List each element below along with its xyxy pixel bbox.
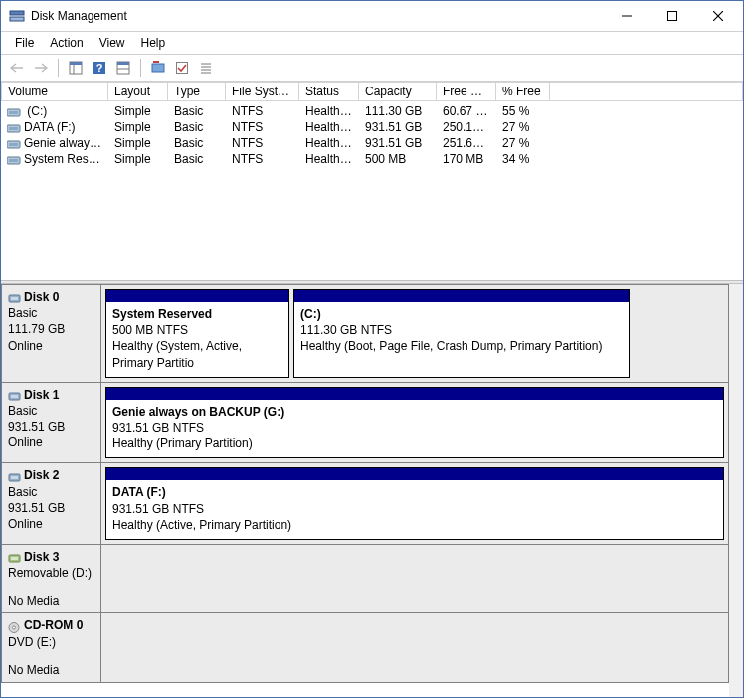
disk-type: Basic bbox=[8, 403, 94, 419]
disk-row: Disk 1Basic931.51 GBOnlineGenie always o… bbox=[1, 383, 729, 464]
menu-file[interactable]: File bbox=[7, 34, 42, 52]
disk-icon bbox=[8, 292, 22, 303]
partition-status: Healthy (Active, Primary Partition) bbox=[112, 517, 717, 533]
disk-icon bbox=[8, 390, 22, 401]
partitions: DATA (F:)931.51 GB NTFSHealthy (Active, … bbox=[101, 463, 728, 544]
titlebar: Disk Management bbox=[1, 1, 743, 31]
volume-icon bbox=[7, 155, 21, 165]
refresh-button[interactable] bbox=[148, 58, 168, 78]
back-button[interactable] bbox=[7, 58, 27, 78]
col-status[interactable]: Status bbox=[299, 82, 359, 101]
volume-capacity: 931.51 GB bbox=[359, 120, 437, 134]
volume-type: Basic bbox=[168, 120, 226, 134]
separator bbox=[140, 59, 141, 77]
col-percent-free[interactable]: % Free bbox=[496, 82, 550, 101]
disk-info[interactable]: CD-ROM 0DVD (E:)No Media bbox=[2, 613, 101, 682]
disk-name: Disk 1 bbox=[24, 388, 59, 402]
volume-capacity: 500 MB bbox=[359, 152, 437, 166]
volume-type: Basic bbox=[168, 136, 226, 150]
volume-status: Healthy (A... bbox=[299, 120, 359, 134]
volume-layout: Simple bbox=[108, 120, 168, 134]
disk-icon bbox=[8, 552, 22, 563]
svg-rect-14 bbox=[152, 64, 164, 72]
partition-status: Healthy (System, Active, Primary Partiti… bbox=[112, 338, 282, 370]
partition-header bbox=[106, 290, 288, 302]
show-hide-tree-button[interactable] bbox=[66, 58, 86, 78]
col-volume[interactable]: Volume bbox=[1, 82, 108, 101]
volume-free: 251.66 GB bbox=[437, 136, 496, 150]
volume-row[interactable]: Genie always on B...SimpleBasicNTFSHealt… bbox=[1, 135, 743, 151]
disk-size: 111.79 GB bbox=[8, 321, 94, 337]
svg-rect-23 bbox=[9, 127, 18, 130]
svg-rect-27 bbox=[9, 159, 18, 162]
volume-name: DATA (F:) bbox=[24, 120, 76, 134]
partition[interactable]: DATA (F:)931.51 GB NTFSHealthy (Active, … bbox=[105, 467, 724, 540]
partitions: System Reserved500 MB NTFSHealthy (Syste… bbox=[101, 285, 728, 382]
svg-rect-7 bbox=[70, 62, 82, 65]
disk-icon bbox=[8, 471, 22, 482]
svg-rect-29 bbox=[11, 297, 18, 300]
volume-fs: NTFS bbox=[226, 136, 299, 150]
col-capacity[interactable]: Capacity bbox=[359, 82, 437, 101]
disk-info[interactable]: Disk 2Basic931.51 GBOnline bbox=[2, 463, 101, 544]
disk-name: Disk 3 bbox=[24, 550, 59, 564]
col-layout[interactable]: Layout bbox=[108, 82, 168, 101]
disk-info[interactable]: Disk 0Basic111.79 GBOnline bbox=[2, 285, 101, 382]
col-type[interactable]: Type bbox=[168, 82, 226, 101]
disk-info[interactable]: Disk 3Removable (D:)No Media bbox=[2, 545, 101, 613]
volume-row[interactable]: DATA (F:)SimpleBasicNTFSHealthy (A...931… bbox=[1, 119, 743, 135]
volume-pfree: 55 % bbox=[496, 104, 550, 118]
partition-header bbox=[106, 388, 723, 400]
partition[interactable]: Genie always on BACKUP (G:)931.51 GB NTF… bbox=[105, 387, 724, 459]
checkbox-icon[interactable] bbox=[172, 58, 192, 78]
partition[interactable]: (C:)111.30 GB NTFSHealthy (Boot, Page Fi… bbox=[293, 289, 630, 378]
svg-rect-12 bbox=[117, 62, 129, 65]
volume-pfree: 27 % bbox=[496, 120, 550, 134]
svg-text:?: ? bbox=[96, 62, 103, 74]
volume-layout: Simple bbox=[108, 136, 168, 150]
col-free-space[interactable]: Free Spa... bbox=[437, 82, 496, 101]
volume-name: Genie always on B... bbox=[24, 136, 108, 150]
disk-row: Disk 0Basic111.79 GBOnlineSystem Reserve… bbox=[1, 284, 729, 383]
disk-type: Basic bbox=[8, 484, 94, 500]
partition-header bbox=[106, 468, 723, 480]
menu-view[interactable]: View bbox=[92, 34, 133, 52]
window-title: Disk Management bbox=[31, 9, 604, 23]
help-button[interactable]: ? bbox=[90, 58, 109, 78]
disk-size: 931.51 GB bbox=[8, 500, 94, 516]
volume-layout: Simple bbox=[108, 104, 168, 118]
partition[interactable]: System Reserved500 MB NTFSHealthy (Syste… bbox=[105, 289, 289, 378]
disk-name: Disk 0 bbox=[24, 290, 59, 304]
disk-status: No Media bbox=[8, 662, 94, 678]
disk-row: Disk 3Removable (D:)No Media bbox=[1, 545, 729, 614]
volume-row[interactable]: (C:)SimpleBasicNTFSHealthy (B...111.30 G… bbox=[1, 103, 743, 119]
volume-pfree: 27 % bbox=[496, 136, 550, 150]
menu-action[interactable]: Action bbox=[42, 34, 91, 52]
partition-name: Genie always on BACKUP (G:) bbox=[112, 404, 717, 420]
svg-rect-35 bbox=[11, 557, 18, 560]
volume-capacity: 111.30 GB bbox=[359, 104, 437, 118]
partition-status: Healthy (Primary Partition) bbox=[112, 436, 717, 451]
menubar: File Action View Help bbox=[1, 31, 743, 55]
partition-name: (C:) bbox=[300, 306, 623, 322]
disk-info[interactable]: Disk 1Basic931.51 GBOnline bbox=[2, 383, 101, 463]
volume-icon bbox=[7, 139, 21, 149]
volume-list: Volume Layout Type File System Status Ca… bbox=[1, 82, 743, 280]
maximize-button[interactable] bbox=[650, 2, 695, 30]
col-filesystem[interactable]: File System bbox=[226, 82, 299, 101]
forward-button[interactable] bbox=[31, 58, 51, 78]
partitions: Genie always on BACKUP (G:)931.51 GB NTF… bbox=[101, 383, 728, 463]
minimize-button[interactable] bbox=[604, 2, 650, 30]
svg-rect-3 bbox=[668, 12, 677, 21]
disk-name: Disk 2 bbox=[24, 468, 59, 482]
list-button[interactable] bbox=[196, 58, 216, 78]
close-button[interactable] bbox=[695, 2, 741, 30]
volume-free: 250.13 GB bbox=[437, 120, 496, 134]
partitions-empty bbox=[101, 613, 728, 682]
menu-help[interactable]: Help bbox=[133, 34, 174, 52]
partition-name: System Reserved bbox=[112, 306, 282, 322]
volume-row[interactable]: System ReservedSimpleBasicNTFSHealthy (S… bbox=[1, 151, 743, 167]
disk-status: Online bbox=[8, 435, 94, 450]
settings-button[interactable] bbox=[113, 58, 133, 78]
volume-name: System Reserved bbox=[24, 152, 108, 166]
